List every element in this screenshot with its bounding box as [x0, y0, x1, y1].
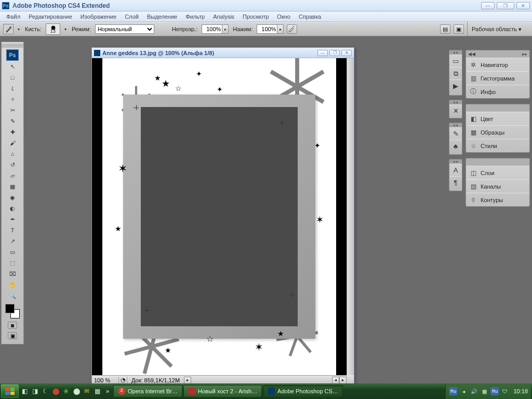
- menu-image[interactable]: Изображение: [76, 12, 121, 21]
- toolbox-grab-icon[interactable]: [2, 44, 23, 48]
- hscroll-left-icon[interactable]: ◂: [332, 377, 339, 384]
- tool-history-brush[interactable]: ↺: [7, 159, 18, 170]
- status-dropdown-icon[interactable]: ▸: [184, 377, 191, 384]
- menu-file[interactable]: Файл: [2, 12, 24, 21]
- strip-grab-icon[interactable]: [449, 100, 462, 104]
- screenmode-toolbox-icon[interactable]: ▣: [8, 332, 17, 339]
- quicklaunch-icon[interactable]: ▦: [92, 387, 102, 396]
- tool-preset-icon[interactable]: [3, 24, 14, 34]
- strip-icon-actions[interactable]: ⧉: [449, 67, 462, 79]
- menu-view[interactable]: Просмотр: [238, 12, 273, 21]
- vertical-scrollbar[interactable]: [347, 58, 354, 375]
- language-indicator[interactable]: Ru: [490, 387, 499, 395]
- strip-icon-paragraph[interactable]: ¶: [449, 176, 462, 189]
- doc-maximize-button[interactable]: ❐: [329, 50, 340, 56]
- status-popup-icon[interactable]: ◔: [119, 377, 127, 383]
- panel-collapse-icon[interactable]: ◀◀: [468, 51, 475, 57]
- tool-gradient[interactable]: ▦: [7, 181, 18, 192]
- panel-paths[interactable]: ◊Контуры: [466, 193, 529, 206]
- maximize-button[interactable]: ❐: [497, 2, 514, 9]
- quicklaunch-icon[interactable]: ◨: [30, 387, 39, 396]
- quicklaunch-icon[interactable]: ❀: [61, 387, 71, 396]
- tray-icon[interactable]: 🔊: [470, 387, 478, 395]
- quicklaunch-expand-icon[interactable]: »: [103, 387, 112, 396]
- tray-icon[interactable]: 🛡: [501, 387, 509, 395]
- quicklaunch-icon[interactable]: ◧: [20, 387, 29, 396]
- strip-icon-clone[interactable]: ♣: [449, 140, 462, 152]
- tool-hand[interactable]: ✋: [7, 280, 18, 290]
- color-swatch[interactable]: [5, 304, 20, 318]
- taskbar-app-button[interactable]: Новый хост 2 - Arish…: [183, 385, 262, 397]
- panel-swatches[interactable]: ▦Образцы: [466, 125, 529, 139]
- menu-help[interactable]: Справка: [295, 12, 325, 21]
- tool-crop[interactable]: ✂: [7, 105, 18, 115]
- tool-magic-wand[interactable]: ✧: [7, 94, 18, 104]
- strip-icon-brushes[interactable]: ✎: [449, 127, 462, 140]
- strip-icon-history[interactable]: ▭: [449, 55, 462, 67]
- tool-stamp[interactable]: ⌂: [7, 149, 18, 159]
- document-canvas[interactable]: ★ ★ ☆ ✦ ✦ ★ ☆ ✶ ★ ✶ ★ ✦ ✶: [92, 58, 347, 375]
- screen-mode-icon[interactable]: ▣: [454, 24, 464, 34]
- workspace-switcher[interactable]: Рабочая область ▾: [467, 22, 529, 36]
- brush-dropdown-icon[interactable]: ▾: [63, 27, 68, 31]
- quicklaunch-icon[interactable]: ✉: [82, 387, 91, 396]
- menu-window[interactable]: Окно: [273, 12, 295, 21]
- document-info[interactable]: Док: 859,1K/1,12M: [127, 377, 184, 383]
- quickmask-icon[interactable]: ◙: [8, 322, 17, 329]
- strip-grab-icon[interactable]: [449, 50, 462, 55]
- airbrush-icon[interactable]: [287, 24, 297, 34]
- brush-picker[interactable]: 13: [46, 23, 60, 35]
- minimize-button[interactable]: —: [481, 2, 495, 9]
- zoom-field[interactable]: 100 %: [92, 377, 119, 383]
- tool-preset-dropdown-icon[interactable]: ▾: [17, 27, 21, 31]
- panel-histogram[interactable]: ▥Гистограмма: [466, 71, 529, 85]
- quicklaunch-icon[interactable]: ⬤: [51, 387, 60, 396]
- menu-edit[interactable]: Редактирование: [24, 12, 76, 21]
- taskbar-app-button[interactable]: Adobe Photoshop CS…: [263, 385, 343, 397]
- tool-brush[interactable]: 🖌: [7, 138, 18, 148]
- strip-icon-character[interactable]: A: [449, 164, 462, 176]
- close-button[interactable]: ✕: [516, 2, 530, 9]
- taskbar-app-button[interactable]: 2Opera Internet Br…: [113, 385, 182, 397]
- start-button[interactable]: [1, 384, 19, 398]
- taskbar-clock[interactable]: 10:18: [511, 388, 528, 394]
- language-indicator[interactable]: Ru: [449, 387, 457, 395]
- quicklaunch-icon[interactable]: ☾: [41, 387, 50, 396]
- strip-grab-icon[interactable]: [449, 159, 462, 164]
- tool-marquee[interactable]: □: [7, 72, 18, 83]
- hscroll-right-icon[interactable]: ▸: [339, 377, 347, 384]
- tray-icon[interactable]: ◂: [459, 387, 468, 395]
- document-titlebar[interactable]: Anne geddes 13.jpg @ 100% (Альфа 1/8) — …: [92, 48, 354, 58]
- menu-analysis[interactable]: Analysis: [209, 12, 238, 21]
- panel-toggle-icon[interactable]: ▤: [440, 24, 450, 34]
- tool-3d-camera[interactable]: ⌧: [7, 269, 18, 279]
- strip-grab-icon[interactable]: [449, 123, 462, 127]
- tool-3d[interactable]: ⬚: [7, 258, 18, 268]
- doc-close-button[interactable]: ✕: [341, 50, 352, 56]
- tool-pen[interactable]: ✒: [7, 214, 18, 224]
- panel-layers[interactable]: ◫Слои: [466, 166, 529, 179]
- tool-shape[interactable]: ▭: [7, 247, 18, 257]
- opacity-input[interactable]: ▸: [202, 24, 229, 34]
- tool-type[interactable]: T: [7, 225, 18, 235]
- panel-color[interactable]: ◧Цвет: [466, 112, 529, 125]
- quicklaunch-icon[interactable]: ⬤: [72, 387, 81, 396]
- menu-layer[interactable]: Слой: [121, 12, 143, 21]
- menu-filter[interactable]: Фильтр: [181, 12, 209, 21]
- panel-menu-icon[interactable]: ▸▸: [522, 51, 527, 57]
- tool-zoom[interactable]: 🔍: [7, 290, 18, 301]
- tool-blur[interactable]: ◉: [7, 192, 18, 203]
- tool-eraser[interactable]: ▱: [7, 170, 18, 181]
- strip-icon-tools[interactable]: ✕: [449, 104, 462, 117]
- tool-dodge[interactable]: ◐: [7, 203, 18, 214]
- tool-eyedropper[interactable]: ✎: [7, 116, 18, 126]
- blend-mode-select[interactable]: Нормальный: [95, 24, 154, 34]
- tool-path-select[interactable]: ↗: [7, 236, 18, 246]
- doc-minimize-button[interactable]: —: [317, 50, 328, 56]
- tool-app-icon[interactable]: Ps: [6, 49, 19, 61]
- tool-healing[interactable]: ✚: [7, 127, 18, 137]
- panel-navigator[interactable]: ✲Навигатор: [466, 58, 529, 71]
- menu-select[interactable]: Выделение: [143, 12, 181, 21]
- panel-styles[interactable]: ☆Стили: [466, 139, 529, 152]
- panel-info[interactable]: ⓘИнфо: [466, 85, 529, 98]
